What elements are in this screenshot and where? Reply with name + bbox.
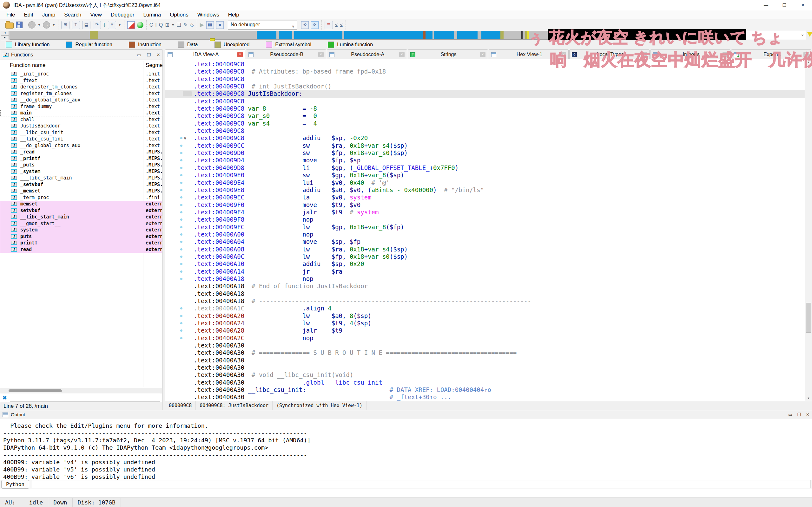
debug-continue-icon[interactable]: ⟳ — [311, 21, 318, 29]
disasm-line[interactable]: .text:004009E8 addiu $a0, $v0, (aBinLs -… — [165, 186, 805, 194]
debug-rerun-icon[interactable]: ⟲ — [301, 21, 309, 29]
menu-windows[interactable]: Windows — [193, 10, 224, 19]
jump-back-icon[interactable]: ← — [28, 21, 36, 29]
disasm-line[interactable]: .text:00400A18 — [165, 290, 805, 297]
struct-view-icon[interactable]: I — [155, 21, 156, 29]
disasm-line[interactable]: .text:004009F0 move $t9, $v0 — [165, 201, 805, 209]
scrollbar-thumb[interactable] — [9, 389, 62, 392]
function-row[interactable]: fframe_dummy.text — [0, 103, 162, 110]
disasm-line[interactable]: .text:00400A0C lw $fp, 0x18+var_s0($sp) — [165, 253, 805, 260]
disasm-line[interactable]: .text:00400A30 # _ftext+30↑o ... — [165, 393, 805, 401]
tab-strings[interactable]: Strings✕ — [408, 50, 488, 59]
function-row[interactable]: f_ftext.text — [0, 77, 162, 84]
scroll-down-icon[interactable]: ▼ — [805, 395, 812, 401]
function-row[interactable]: f_setvbuf.MIPS.stubs — [0, 181, 162, 188]
python-command-input[interactable] — [31, 480, 811, 488]
menu-lumina[interactable]: Lumina — [139, 10, 165, 19]
function-row[interactable]: f_init_proc.init — [0, 71, 162, 77]
tab-close-icon[interactable]: ✕ — [480, 52, 486, 57]
function-row[interactable]: f_puts.MIPS.stubs — [0, 162, 162, 168]
disasm-line[interactable]: .text:004009EC la $v0, system — [165, 194, 805, 201]
disasm-line[interactable]: .text:004009E0 sw $gp, 0x18+var_8($sp) — [165, 172, 805, 179]
panel-float-icon[interactable]: ❐ — [797, 412, 801, 417]
panel-close-icon[interactable]: ✕ — [806, 412, 809, 417]
panel-close-icon[interactable]: ✕ — [156, 52, 160, 57]
function-row[interactable]: fsystemextern — [0, 227, 162, 233]
disasm-line[interactable]: .text:00400A24 lw $t9, 4($sp) — [165, 320, 805, 327]
tab-close-icon[interactable]: ✕ — [237, 52, 243, 57]
panel-restore-icon[interactable]: ▭ — [137, 52, 141, 57]
disasm-line[interactable]: .text:00400A20 lw $a0, 8($sp) — [165, 312, 805, 320]
function-row[interactable]: f__libc_start_mainextern — [0, 214, 162, 220]
disasm-line[interactable]: .text:00400A18 # -----------------------… — [165, 297, 805, 305]
disasm-line[interactable]: .text:00400A30 # void __libc_csu_init(vo… — [165, 371, 805, 379]
disasm-line[interactable]: .text:004009C8 — [165, 98, 805, 105]
frame-icon[interactable]: ❏ — [177, 21, 181, 29]
function-row[interactable]: f_printf.MIPS.stubs — [0, 155, 162, 162]
jump-forward-dropdown-icon[interactable]: ▼ — [52, 23, 55, 26]
panel-restore-icon[interactable]: ▭ — [788, 412, 792, 417]
disasm-line[interactable]: .text:004009C8 — [165, 75, 805, 83]
disasm-line[interactable]: ∨.text:004009C8 addiu $sp, -0x20 — [165, 134, 805, 142]
function-row[interactable]: freadextern — [0, 246, 162, 253]
disasm-line[interactable]: .text:004009D4 move $fp, $sp — [165, 157, 805, 164]
font-select-icon[interactable]: A — [108, 21, 116, 29]
function-row[interactable]: fderegister_tm_clones.text — [0, 84, 162, 90]
ida-view-a[interactable]: .text:004009C8.text:004009C8 # Attribute… — [165, 59, 805, 401]
function-row[interactable]: fputsextern — [0, 233, 162, 240]
types-list-icon[interactable]: ≤ — [340, 21, 343, 29]
disasm-line[interactable]: .text:004009E4 lui $v0, 0x40 # '@' — [165, 179, 805, 186]
compiler-dropdown-icon[interactable]: ▼ — [172, 23, 174, 26]
scrollbar-thumb[interactable] — [806, 303, 811, 333]
functions-filter-input[interactable] — [10, 394, 160, 402]
disasm-line[interactable]: .text:00400A30 .globl __libc_csu_init — [165, 379, 805, 386]
function-row[interactable]: fregister_tm_clones.text — [0, 90, 162, 97]
functions-hscrollbar[interactable] — [0, 388, 162, 394]
disassembly-vscrollbar[interactable]: ▲ ▼ — [805, 59, 812, 401]
disasm-line[interactable]: .text:004009F8 nop — [165, 216, 805, 223]
disasm-line[interactable]: .text:00400A18 # End of function JustIsB… — [165, 283, 805, 290]
function-row[interactable]: f__do_global_ctors_aux.text — [0, 143, 162, 149]
function-row[interactable]: fmain.text — [0, 110, 162, 116]
window-jump-icon[interactable]: ↷ — [93, 21, 101, 29]
compile-c-icon[interactable]: C — [149, 21, 153, 29]
disasm-line[interactable]: .text:00400A1C .align 4 — [165, 305, 805, 312]
disasm-line[interactable]: .text:004009C8 — [165, 127, 805, 134]
panel-float-icon[interactable]: ❐ — [147, 52, 151, 57]
menu-edit[interactable]: Edit — [19, 10, 38, 19]
quick-view-icon[interactable]: Q — [159, 21, 163, 29]
menu-debugger[interactable]: Debugger — [106, 10, 139, 19]
disasm-line[interactable]: .text:00400A00 nop — [165, 231, 805, 238]
text-view-icon[interactable]: T — [72, 21, 80, 29]
disasm-line[interactable]: .text:00400A2C nop — [165, 335, 805, 342]
function-row[interactable]: f_memset.MIPS.stubs — [0, 188, 162, 194]
jump-down-icon[interactable]: ⤵ — [103, 21, 106, 29]
minimize-button[interactable]: — — [757, 0, 775, 10]
tab-close-icon[interactable]: ✕ — [318, 52, 324, 57]
disasm-line[interactable]: .text:004009CC sw $ra, 0x18+var_s4($sp) — [165, 142, 805, 149]
function-row[interactable]: f__libc_csu_fini.text — [0, 136, 162, 143]
disasm-line[interactable]: .text:004009F4 jalr $t9 # system — [165, 209, 805, 216]
function-row[interactable]: f__libc_csu_init.text — [0, 129, 162, 136]
tab-pseudocode-b[interactable]: Pseudocode-B✕ — [246, 50, 326, 59]
disasm-line[interactable]: .text:00400A10 addiu $sp, 0x20 — [165, 260, 805, 268]
nav-right-arrow-icon[interactable]: ► — [1, 36, 9, 40]
function-row[interactable]: f_term_proc.fini — [0, 194, 162, 201]
debug-start-icon[interactable]: ▶ — [200, 21, 204, 28]
disasm-line[interactable]: .text:00400A30 — [165, 364, 805, 371]
function-row[interactable]: f___libc_start_main.MIPS.stubs — [0, 175, 162, 181]
disasm-line[interactable]: .text:00400A30 — [165, 342, 805, 349]
diamond-icon[interactable]: ◇ — [190, 21, 194, 29]
disasm-line[interactable]: .text:00400A04 move $sp, $fp — [165, 238, 805, 245]
function-row[interactable]: fsetvbufextern — [0, 207, 162, 214]
hex-view-icon[interactable]: ⬓ — [82, 21, 91, 29]
collapse-arrow-icon[interactable]: ∨ — [184, 134, 187, 142]
function-row[interactable]: f__do_global_dtors_aux.text — [0, 97, 162, 103]
open-subviews-icon[interactable]: ⊞ — [61, 21, 69, 29]
function-row[interactable]: fJustIsBackdoor.text — [0, 123, 162, 129]
function-row[interactable]: f__gmon_start__extern — [0, 220, 162, 227]
disasm-line[interactable]: .text:004009C8 var_s0 = 0 — [165, 112, 805, 119]
disasm-line[interactable]: .text:00400A30 __libc_csu_init: # DATA X… — [165, 386, 805, 393]
debugger-select[interactable]: No debugger ∨ — [228, 20, 297, 30]
python-prompt-button[interactable]: Python — [1, 480, 29, 489]
